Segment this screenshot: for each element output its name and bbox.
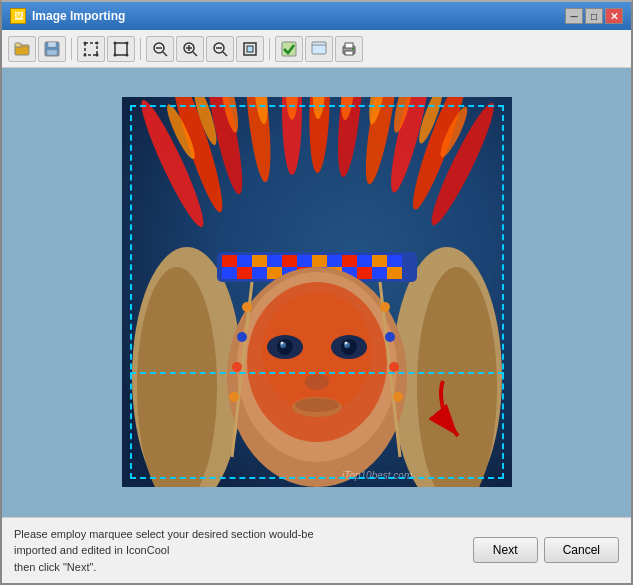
svg-rect-28 (312, 42, 326, 54)
svg-line-19 (193, 52, 197, 56)
zoom-window-button[interactable] (305, 36, 333, 62)
svg-point-108 (380, 302, 390, 312)
svg-point-105 (232, 362, 242, 372)
close-button[interactable]: ✕ (605, 8, 623, 24)
title-bar: 🖼 Image Importing ─ □ ✕ (2, 2, 631, 30)
svg-point-104 (237, 332, 247, 342)
svg-rect-67 (282, 255, 297, 267)
next-button[interactable]: Next (473, 537, 538, 563)
svg-line-23 (223, 52, 227, 56)
svg-point-99 (305, 374, 329, 390)
svg-point-111 (393, 392, 403, 402)
image-canvas[interactable]: iTop10best.com (2, 68, 631, 517)
instruction-line2: then click "Next". (14, 561, 96, 573)
svg-point-7 (96, 41, 99, 44)
svg-point-6 (84, 41, 87, 44)
svg-point-110 (389, 362, 399, 372)
toolbar-separator-3 (269, 38, 270, 60)
print-button[interactable] (335, 36, 363, 62)
fixed-select-button[interactable] (107, 36, 135, 62)
svg-rect-86 (387, 267, 402, 279)
toolbar-separator-1 (71, 38, 72, 60)
svg-rect-26 (247, 46, 253, 52)
zoom-in-button[interactable] (176, 36, 204, 62)
bottom-buttons: Next Cancel (473, 537, 619, 563)
zoom-fit-button[interactable] (146, 36, 174, 62)
open-file-button[interactable] (8, 36, 36, 62)
svg-point-98 (344, 342, 347, 345)
svg-text:iTop10best.com: iTop10best.com (342, 470, 412, 481)
svg-rect-74 (387, 255, 402, 267)
svg-rect-71 (342, 255, 357, 267)
svg-rect-1 (15, 43, 21, 47)
svg-rect-32 (345, 51, 353, 55)
svg-rect-65 (252, 255, 267, 267)
svg-point-33 (352, 48, 354, 50)
title-bar-controls: ─ □ ✕ (565, 8, 623, 24)
portrait-svg: iTop10best.com (122, 97, 512, 487)
svg-rect-4 (47, 50, 57, 55)
bottom-bar: Please employ marquee select your desire… (2, 517, 631, 584)
zoom-out-button[interactable] (206, 36, 234, 62)
save-file-button[interactable] (38, 36, 66, 62)
maximize-button[interactable]: □ (585, 8, 603, 24)
svg-rect-3 (48, 42, 56, 47)
toolbar (2, 30, 631, 68)
instruction-line1: Please employ marquee select your desire… (14, 528, 314, 557)
window-icon: 🖼 (10, 8, 26, 24)
svg-point-109 (385, 332, 395, 342)
svg-rect-72 (357, 255, 372, 267)
svg-point-106 (229, 392, 239, 402)
svg-rect-68 (297, 255, 312, 267)
svg-rect-75 (222, 267, 237, 279)
svg-rect-70 (327, 255, 342, 267)
main-window: 🖼 Image Importing ─ □ ✕ (0, 0, 633, 585)
svg-point-13 (114, 53, 117, 56)
svg-point-12 (126, 41, 129, 44)
svg-line-16 (163, 52, 167, 56)
svg-rect-84 (357, 267, 372, 279)
actual-size-button[interactable] (236, 36, 264, 62)
svg-rect-77 (252, 267, 267, 279)
svg-rect-85 (372, 267, 387, 279)
svg-rect-31 (345, 43, 353, 48)
svg-point-97 (280, 342, 283, 345)
svg-point-9 (96, 53, 99, 56)
svg-rect-10 (115, 43, 127, 55)
svg-rect-63 (222, 255, 237, 267)
minimize-button[interactable]: ─ (565, 8, 583, 24)
image-display: iTop10best.com (122, 97, 512, 487)
svg-rect-69 (312, 255, 327, 267)
svg-point-14 (126, 53, 129, 56)
svg-point-8 (84, 53, 87, 56)
cancel-button[interactable]: Cancel (544, 537, 619, 563)
toolbar-separator-2 (140, 38, 141, 60)
svg-rect-5 (85, 43, 97, 55)
marquee-select-button[interactable] (77, 36, 105, 62)
svg-point-103 (242, 302, 252, 312)
window-title: Image Importing (32, 9, 125, 23)
svg-rect-66 (267, 255, 282, 267)
svg-point-11 (114, 41, 117, 44)
title-bar-left: 🖼 Image Importing (10, 8, 125, 24)
apply-button[interactable] (275, 36, 303, 62)
svg-rect-64 (237, 255, 252, 267)
svg-rect-73 (372, 255, 387, 267)
svg-rect-76 (237, 267, 252, 279)
instruction-text: Please employ marquee select your desire… (14, 526, 354, 576)
svg-point-101 (295, 398, 339, 412)
